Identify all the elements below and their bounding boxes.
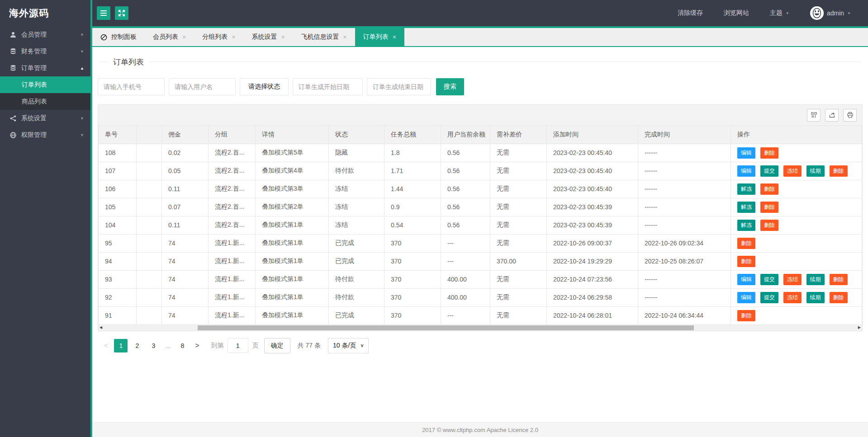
table-row: 94 74 流程1.新... 叠加模式第1单 已完成 370 --- 370.0… — [99, 252, 862, 270]
row-action-button[interactable]: 删除 — [830, 274, 848, 285]
sidebar-item-order-management[interactable]: 订单管理 ▲ — [0, 60, 90, 76]
columns-filter-button[interactable] — [807, 109, 821, 122]
scroll-left-icon[interactable]: ◀ — [100, 326, 102, 329]
row-action-button[interactable]: 删除 — [737, 238, 755, 249]
row-action-button[interactable]: 删除 — [830, 292, 848, 303]
table-header-row: 单号 佣金 分组 详情 状态 任务总额 用户当前余额 需补差价 添加时间 完成时… — [99, 126, 862, 144]
cell-created-time: 2023-02-23 00:45:40 — [547, 162, 638, 180]
page-number-1[interactable]: 1 — [114, 339, 128, 352]
username-input[interactable] — [169, 78, 236, 95]
col-finished-time: 完成时间 — [638, 126, 731, 144]
close-icon[interactable]: × — [343, 33, 347, 41]
sidebar-item-permission-management[interactable]: 权限管理 ▼ — [0, 127, 90, 143]
close-icon[interactable]: × — [281, 33, 285, 41]
tab-console[interactable]: 控制面板 — [92, 28, 145, 46]
cell-empty — [137, 306, 162, 324]
row-action-button[interactable]: 删除 — [760, 220, 778, 231]
close-icon[interactable]: × — [182, 33, 186, 41]
row-action-button[interactable]: 删除 — [760, 183, 778, 195]
cell-commission: 74 — [162, 234, 209, 252]
row-action-button[interactable]: 编辑 — [737, 274, 755, 285]
end-date-input[interactable] — [367, 78, 431, 95]
prev-page-button[interactable]: < — [100, 342, 113, 350]
row-action-button[interactable]: 编辑 — [737, 292, 755, 303]
per-page-value: 10 条/页 — [333, 342, 356, 350]
tab-aircraft-info-settings[interactable]: 飞机信息设置 × — [293, 28, 355, 46]
row-action-button[interactable]: 冻结 — [783, 292, 802, 303]
finance-icon — [9, 47, 17, 55]
close-icon[interactable]: × — [232, 33, 235, 41]
page-number-8[interactable]: 8 — [175, 339, 189, 352]
row-action-button[interactable]: 删除 — [737, 310, 755, 321]
cell-actions: 删除 — [731, 306, 862, 324]
row-action-button[interactable]: 删除 — [830, 165, 848, 177]
cell-group: 流程1.新... — [209, 234, 256, 252]
user-menu[interactable]: admin ▼ — [810, 6, 851, 20]
row-action-button[interactable]: 提交 — [760, 165, 778, 177]
close-icon[interactable]: × — [393, 33, 396, 41]
cell-finished-time: ------ — [638, 144, 731, 162]
confirm-button[interactable]: 确定 — [264, 338, 290, 353]
cell-diff: 无需 — [490, 288, 547, 306]
col-actions: 操作 — [731, 126, 862, 144]
page-number-2[interactable]: 2 — [130, 339, 144, 352]
row-action-button[interactable]: 删除 — [737, 256, 755, 267]
phone-input[interactable] — [98, 78, 165, 95]
cell-actions: 删除 — [731, 234, 862, 252]
cell-group: 流程2.首... — [209, 162, 256, 180]
scroll-right-icon[interactable]: ▶ — [858, 326, 861, 329]
row-action-button[interactable]: 冻结 — [783, 165, 802, 177]
row-action-button[interactable]: 删除 — [760, 147, 778, 159]
row-action-button[interactable]: 解冻 — [737, 220, 755, 231]
sidebar-item-order-list[interactable]: 订单列表 — [0, 76, 90, 93]
print-button[interactable] — [843, 109, 857, 122]
theme-menu[interactable]: 主题 ▼ — [770, 9, 789, 17]
tab-order-list[interactable]: 订单列表 × — [355, 28, 404, 46]
sidebar-item-finance-management[interactable]: 财务管理 ▼ — [0, 43, 90, 60]
tab-group-list[interactable]: 分组列表 × — [194, 28, 243, 46]
search-button[interactable]: 搜索 — [436, 78, 464, 95]
row-action-button[interactable]: 解冻 — [737, 202, 755, 213]
horizontal-scrollbar[interactable]: ◀ ▶ — [98, 325, 862, 331]
tab-member-list[interactable]: 会员列表 × — [145, 28, 194, 46]
sidebar-item-member-management[interactable]: 会员管理 ▼ — [0, 26, 90, 43]
fullscreen-button[interactable] — [115, 6, 128, 20]
per-page-select[interactable]: 10 条/页 ∨ — [328, 338, 369, 353]
row-action-button[interactable]: 冻结 — [783, 274, 802, 285]
row-action-button[interactable]: 编辑 — [737, 165, 755, 177]
cell-commission: 0.07 — [162, 198, 209, 216]
clear-cache-link[interactable]: 清除缓存 — [678, 9, 703, 17]
page-number-3[interactable]: 3 — [147, 339, 160, 352]
table-row: 92 74 流程1.新... 叠加模式第1单 待付款 370 400.00 无需… — [99, 288, 862, 306]
browse-site-link[interactable]: 浏览网站 — [724, 9, 749, 17]
cell-empty — [137, 198, 162, 216]
start-date-input[interactable] — [293, 78, 363, 95]
cell-group: 流程2.首... — [209, 144, 256, 162]
scrollbar-thumb[interactable] — [198, 325, 694, 330]
tab-system-settings[interactable]: 系统设置 × — [243, 28, 293, 46]
sidebar-item-system-settings[interactable]: 系统设置 ▼ — [0, 110, 90, 127]
main-column: 清除缓存 浏览网站 主题 ▼ — [92, 0, 868, 437]
tab-label: 分组列表 — [202, 33, 228, 41]
row-action-button[interactable]: 续期 — [806, 292, 825, 303]
chevron-down-icon: ∨ — [360, 343, 364, 348]
goto-page-input[interactable] — [228, 338, 248, 353]
export-button[interactable] — [825, 109, 839, 122]
cell-finished-time: 2022-10-24 06:34:44 — [638, 306, 731, 324]
sidebar-toggle-button[interactable] — [97, 6, 110, 20]
row-action-button[interactable]: 续期 — [806, 165, 825, 177]
row-action-button[interactable]: 解冻 — [737, 183, 755, 195]
row-action-button[interactable]: 编辑 — [737, 147, 755, 159]
status-select-button[interactable]: 请选择状态 — [240, 78, 289, 95]
cell-actions: 解冻 删除 — [731, 216, 862, 234]
sidebar-item-product-list[interactable]: 商品列表 — [0, 93, 90, 110]
row-action-button[interactable]: 删除 — [760, 202, 778, 213]
row-action-button[interactable]: 续期 — [806, 274, 825, 285]
tab-label: 系统设置 — [251, 33, 277, 41]
row-action-button[interactable]: 提交 — [760, 292, 778, 303]
app-root: 海外源码 会员管理 ▼ 财务管理 ▼ 订单管理 — [0, 0, 868, 437]
cell-created-time: 2023-02-23 00:45:39 — [547, 216, 638, 234]
cell-diff: 无需 — [490, 234, 547, 252]
next-page-button[interactable]: > — [190, 342, 204, 350]
row-action-button[interactable]: 提交 — [760, 274, 778, 285]
